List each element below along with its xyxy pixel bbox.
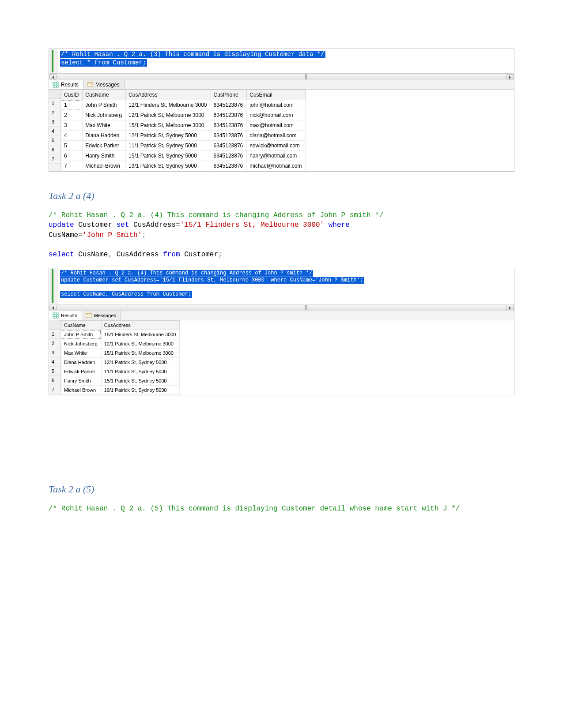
cell[interactable]: Nick Johnsberg [61, 339, 102, 349]
table-row[interactable]: Michael Brown19/1 Patrick St, Sydney 500… [61, 386, 180, 395]
table-row[interactable]: 7Michael Brown19/1 Patrick St, Sydney 50… [61, 161, 306, 171]
scroll-left-icon[interactable] [49, 305, 57, 310]
cell[interactable]: 6345123876 [211, 150, 247, 161]
cell[interactable]: 15/1 Patrick St, Sydney 5000 [126, 150, 211, 161]
cell[interactable]: john@hotmail.com [247, 100, 306, 110]
cell[interactable]: 6345123876 [211, 130, 247, 140]
cell[interactable]: edwick@hotmail.com [247, 140, 306, 150]
row-number[interactable]: 2 [49, 339, 60, 348]
cell[interactable]: diana@hotmail.com [247, 130, 306, 140]
cell[interactable]: Hanry Smith [83, 150, 126, 161]
table-row[interactable]: Edwick Parker11/1 Patrick St, Sydney 500… [61, 367, 180, 376]
cell[interactable]: Michael Brown [83, 161, 126, 171]
cell[interactable]: 1 [61, 100, 83, 110]
scroll-left-icon[interactable] [49, 74, 57, 79]
cell[interactable]: Michael Brown [61, 386, 102, 395]
cell[interactable]: 7 [61, 161, 83, 171]
table-row[interactable]: Diana Hadden12/1 Patrick St, Sydney 5000 [61, 358, 180, 367]
cell[interactable]: 15/1 Patrick St, Melbourne 3000 [126, 120, 211, 130]
table-row[interactable]: 5Edwick Parker11/1 Patrick St, Sydney 50… [61, 140, 306, 150]
cell[interactable]: 2 [61, 110, 83, 120]
cell[interactable]: Max White [83, 120, 126, 130]
tab-messages[interactable]: Messages [82, 311, 121, 320]
cell[interactable]: 11/1 Patrick St, Sydney 5000 [126, 140, 211, 150]
horizontal-scrollbar[interactable] [49, 73, 514, 80]
table-row[interactable]: 1John P Smith12/1 Flinders St, Melbourne… [61, 100, 306, 110]
scroll-right-icon[interactable] [506, 305, 514, 310]
cell[interactable]: michael@hotmail.com [247, 161, 306, 171]
cell[interactable]: Edwick Parker [83, 140, 126, 150]
cell[interactable]: 12/1 Patrick St, Melbourne 3000 [101, 339, 180, 349]
cell[interactable]: max@hotmail.com [247, 120, 306, 130]
cell[interactable]: 5 [61, 140, 83, 150]
cell[interactable]: 11/1 Patrick St, Sydney 5000 [101, 367, 180, 376]
tab-results[interactable]: Results [49, 311, 82, 320]
row-number[interactable]: 3 [49, 348, 60, 357]
cell[interactable]: 6345123876 [211, 110, 247, 120]
cell[interactable]: 15/1 Patrick St, Sydney 5000 [101, 376, 180, 386]
cell[interactable]: Nick Johnsberg [83, 110, 126, 120]
table-row[interactable]: Hanry Smith15/1 Patrick St, Sydney 5000 [61, 376, 180, 386]
table-row[interactable]: Nick Johnsberg12/1 Patrick St, Melbourne… [61, 339, 180, 349]
cell[interactable]: Diana Hadden [61, 358, 102, 367]
cell[interactable]: 6345123876 [211, 140, 247, 150]
results-grid[interactable]: CusNameCusAddress John P Smith15/1 Flind… [61, 320, 180, 395]
cell[interactable]: 6345123876 [211, 120, 247, 130]
column-header[interactable]: CusPhone [211, 90, 247, 100]
cell[interactable]: 12/1 Patrick St, Melbourne 3000 [126, 110, 211, 120]
table-row[interactable]: John P Smith15/1 Flinders St, Melbourne … [61, 330, 180, 339]
row-number[interactable]: 1 [49, 99, 60, 108]
column-header[interactable]: CusName [83, 90, 126, 100]
cell[interactable]: Diana Hadden [83, 130, 126, 140]
cell[interactable]: Hanry Smith [61, 376, 102, 386]
cell[interactable]: Max White [61, 349, 102, 358]
cell[interactable]: John P Smith [83, 100, 126, 110]
horizontal-scrollbar[interactable] [49, 304, 514, 311]
cell[interactable]: Edwick Parker [61, 367, 102, 376]
cell[interactable]: 6345123876 [211, 161, 247, 171]
column-header[interactable]: CusEmail [247, 90, 306, 100]
cell[interactable]: 4 [61, 130, 83, 140]
cell[interactable]: hanry@hotmail.com [247, 150, 306, 161]
editor-line: /* Rohit Hasan . Q 2 a. (3) This command… [60, 51, 325, 58]
row-number[interactable]: 6 [49, 145, 60, 154]
row-number[interactable]: 1 [49, 330, 60, 339]
table-row[interactable]: 3Max White15/1 Patrick St, Melbourne 300… [61, 120, 306, 130]
cell[interactable]: 12/1 Patrick St, Sydney 5000 [126, 130, 211, 140]
column-header[interactable]: CusAddress [126, 90, 211, 100]
results-grid[interactable]: CusIDCusNameCusAddressCusPhoneCusEmail 1… [61, 90, 306, 171]
sql-editor[interactable]: /* Rohit Hasan . Q 2 a. (3) This command… [57, 49, 514, 73]
code-block-2a4: /* Rohit Hasan . Q 2 a. (4) This command… [49, 210, 514, 260]
cell[interactable]: John P Smith [61, 330, 102, 339]
row-number[interactable]: 3 [49, 117, 60, 127]
cell[interactable]: 15/1 Patrick St, Melbourne 3000 [101, 349, 180, 358]
tab-results[interactable]: Results [49, 80, 83, 89]
row-number[interactable]: 7 [49, 385, 60, 394]
row-number[interactable]: 4 [49, 357, 60, 367]
row-number[interactable]: 7 [49, 154, 60, 164]
cell[interactable]: 19/1 Patrick St, Sydney 5000 [101, 386, 180, 395]
cell[interactable]: 19/1 Patrick St, Sydney 5000 [126, 161, 211, 171]
cell[interactable]: 6 [61, 150, 83, 161]
row-number[interactable]: 5 [49, 136, 60, 145]
row-number[interactable]: 2 [49, 108, 60, 117]
cell[interactable]: 15/1 Flinders St, Melbourne 3000 [101, 330, 180, 339]
table-row[interactable]: 2Nick Johnsberg12/1 Patrick St, Melbourn… [61, 110, 306, 120]
scroll-right-icon[interactable] [506, 74, 514, 79]
cell[interactable]: 6345123876 [211, 100, 247, 110]
column-header[interactable]: CusID [61, 90, 83, 100]
column-header[interactable]: CusAddress [101, 321, 180, 330]
table-row[interactable]: 4Diana Hadden12/1 Patrick St, Sydney 500… [61, 130, 306, 140]
cell[interactable]: nick@hotmail.com [247, 110, 306, 120]
sql-editor[interactable]: /* Rohit Hasan . Q 2 a. (4) This command… [57, 268, 514, 304]
column-header[interactable]: CusName [61, 321, 102, 330]
tab-messages[interactable]: Messages [83, 80, 125, 89]
cell[interactable]: 12/1 Flinders St, Melbourne 3000 [126, 100, 211, 110]
cell[interactable]: 12/1 Patrick St, Sydney 5000 [101, 358, 180, 367]
row-number[interactable]: 4 [49, 127, 60, 136]
row-number[interactable]: 6 [49, 376, 60, 385]
cell[interactable]: 3 [61, 120, 83, 130]
table-row[interactable]: Max White15/1 Patrick St, Melbourne 3000 [61, 349, 180, 358]
table-row[interactable]: 6Hanry Smith15/1 Patrick St, Sydney 5000… [61, 150, 306, 161]
row-number[interactable]: 5 [49, 367, 60, 376]
